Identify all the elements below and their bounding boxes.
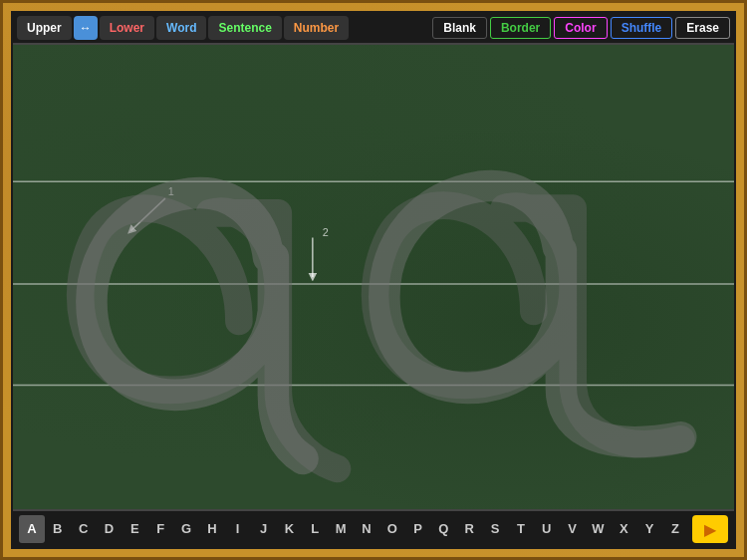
tab-lower[interactable]: Lower bbox=[100, 16, 154, 40]
stroke2-label: 2 bbox=[323, 226, 329, 238]
right-letter-a bbox=[375, 205, 681, 443]
letter-U[interactable]: U bbox=[534, 515, 560, 543]
letter-V[interactable]: V bbox=[560, 515, 586, 543]
letter-I[interactable]: I bbox=[225, 515, 251, 543]
letter-T[interactable]: T bbox=[508, 515, 534, 543]
letter-Z[interactable]: Z bbox=[662, 515, 688, 543]
letter-G[interactable]: G bbox=[173, 515, 199, 543]
border-button[interactable]: Border bbox=[490, 17, 551, 39]
letter-D[interactable]: D bbox=[97, 515, 123, 543]
letter-W[interactable]: W bbox=[586, 515, 612, 543]
letter-L[interactable]: L bbox=[302, 515, 328, 543]
letter-F[interactable]: F bbox=[147, 515, 173, 543]
letter-R[interactable]: R bbox=[456, 515, 482, 543]
right-buttons: Blank Border Color Shuffle Erase bbox=[432, 17, 730, 39]
letter-Q[interactable]: Q bbox=[431, 515, 457, 543]
letter-J[interactable]: J bbox=[251, 515, 277, 543]
tab-word[interactable]: Word bbox=[156, 16, 206, 40]
letter-O[interactable]: O bbox=[379, 515, 405, 543]
tab-number[interactable]: Number bbox=[284, 16, 349, 40]
toolbar: Upper ↔ Lower Word Sentence Number Blank… bbox=[13, 13, 734, 45]
letter-P[interactable]: P bbox=[405, 515, 431, 543]
letter-E[interactable]: E bbox=[122, 515, 147, 543]
shuffle-button[interactable]: Shuffle bbox=[611, 17, 673, 39]
inner-frame: Upper ↔ Lower Word Sentence Number Blank… bbox=[11, 11, 736, 549]
tab-upper[interactable]: Upper bbox=[17, 16, 72, 40]
tab-arrow[interactable]: ↔ bbox=[74, 16, 98, 40]
letter-M[interactable]: M bbox=[328, 515, 354, 543]
letters-svg: 1 2 bbox=[13, 45, 734, 509]
color-button[interactable]: Color bbox=[554, 17, 607, 39]
alpha-bar: A B C D E F G H I J K L M N O P Q R S T … bbox=[13, 509, 734, 547]
chalkboard: 1 2 bbox=[13, 45, 734, 509]
letter-K[interactable]: K bbox=[276, 515, 302, 543]
letter-N[interactable]: N bbox=[354, 515, 379, 543]
tab-sentence[interactable]: Sentence bbox=[208, 16, 281, 40]
letter-Y[interactable]: Y bbox=[636, 515, 662, 543]
next-arrow-button[interactable] bbox=[692, 515, 728, 543]
letter-A[interactable]: A bbox=[19, 515, 45, 543]
letter-X[interactable]: X bbox=[611, 515, 636, 543]
letter-B[interactable]: B bbox=[45, 515, 71, 543]
letter-H[interactable]: H bbox=[199, 515, 225, 543]
erase-button[interactable]: Erase bbox=[675, 17, 730, 39]
blank-button[interactable]: Blank bbox=[432, 17, 487, 39]
letter-C[interactable]: C bbox=[71, 515, 97, 543]
letter-S[interactable]: S bbox=[482, 515, 508, 543]
frame: Upper ↔ Lower Word Sentence Number Blank… bbox=[0, 0, 747, 560]
